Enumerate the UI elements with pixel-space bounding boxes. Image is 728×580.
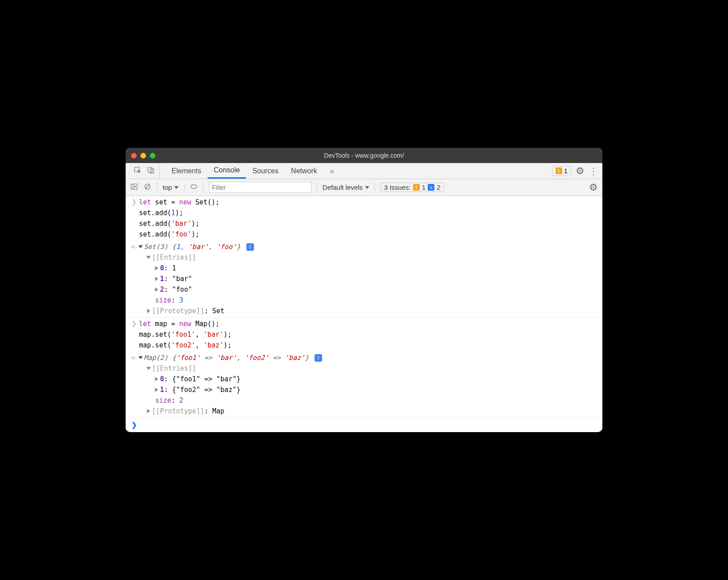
info-icon[interactable]: i: [315, 354, 322, 362]
output-marker-icon: <·: [129, 352, 139, 417]
devtools-window: DevTools - www.google.com/ Elements Cons…: [126, 148, 602, 432]
chevron-down-icon: [174, 186, 179, 189]
expand-toggle-icon[interactable]: [147, 309, 150, 313]
settings-icon[interactable]: ⚙: [576, 165, 585, 177]
sidebar-toggle-icon[interactable]: [130, 183, 138, 192]
input-marker-icon: ❯: [129, 197, 139, 240]
info-icon: ≡: [428, 184, 434, 191]
tab-elements[interactable]: Elements: [165, 163, 208, 179]
warning-badge[interactable]: ! 1: [552, 166, 571, 176]
output-marker-icon: <·: [129, 241, 139, 316]
log-level-selector[interactable]: Default levels: [323, 184, 369, 191]
close-button[interactable]: [131, 153, 137, 159]
context-selector[interactable]: top: [163, 184, 179, 191]
console-prompt[interactable]: ❯: [126, 417, 602, 432]
info-icon[interactable]: i: [246, 243, 254, 251]
svg-line-6: [146, 184, 150, 188]
console-body: ❯ let set = new Set(); set.add(1); set.a…: [126, 196, 602, 432]
main-tabbar: Elements Console Sources Network » ! 1 ⚙…: [126, 163, 602, 179]
console-settings-icon[interactable]: ⚙: [589, 182, 598, 193]
minimize-button[interactable]: [140, 153, 146, 159]
expand-toggle-icon[interactable]: [139, 356, 143, 359]
expand-toggle-icon[interactable]: [147, 256, 151, 259]
expand-toggle-icon[interactable]: [155, 287, 158, 292]
input-marker-icon: ❯: [129, 319, 139, 351]
warning-count: 1: [564, 167, 568, 175]
device-toggle-icon[interactable]: [147, 166, 155, 176]
window-title: DevTools - www.google.com/: [126, 152, 602, 159]
expand-toggle-icon[interactable]: [139, 245, 143, 249]
expand-toggle-icon[interactable]: [155, 377, 158, 381]
tab-network[interactable]: Network: [285, 163, 323, 179]
expand-toggle-icon[interactable]: [147, 409, 150, 413]
svg-rect-0: [135, 167, 139, 172]
filter-input[interactable]: [209, 182, 311, 193]
expand-toggle-icon[interactable]: [155, 388, 158, 392]
issues-button[interactable]: 3 Issues: ! 1 ≡ 2: [380, 183, 444, 192]
warning-icon: !: [556, 167, 562, 174]
expand-toggle-icon[interactable]: [155, 277, 158, 281]
expand-toggle-icon[interactable]: [147, 367, 151, 370]
console-result-block[interactable]: <· Map(2) {'foo1' => 'bar', 'foo2' => 'b…: [126, 351, 602, 417]
expand-toggle-icon[interactable]: [155, 266, 158, 270]
console-input-block[interactable]: ❯ let set = new Set(); set.add(1); set.a…: [126, 196, 602, 241]
tab-console[interactable]: Console: [208, 163, 246, 179]
maximize-button[interactable]: [150, 153, 155, 159]
more-tabs-button[interactable]: »: [323, 163, 341, 179]
warning-icon: !: [413, 184, 420, 191]
inspect-icon[interactable]: [134, 166, 142, 176]
svg-point-8: [192, 185, 195, 188]
clear-console-icon[interactable]: [143, 183, 151, 192]
console-input-block[interactable]: ❯ let map = new Map(); map.set('foo1', '…: [126, 318, 602, 351]
svg-rect-3: [131, 184, 137, 189]
titlebar: DevTools - www.google.com/: [126, 148, 602, 163]
console-result-block[interactable]: <· Set(3) {1, 'bar', 'foo'} i [[Entries]…: [126, 241, 602, 318]
console-toolbar: top Default levels 3 Issues: ! 1 ≡ 2 ⚙: [126, 179, 602, 196]
svg-rect-1: [148, 167, 152, 172]
tab-sources[interactable]: Sources: [246, 163, 285, 179]
prompt-marker-icon: ❯: [129, 420, 139, 430]
chevron-down-icon: [365, 186, 369, 189]
live-expression-icon[interactable]: [190, 183, 198, 192]
kebab-menu-icon[interactable]: ⋮: [589, 166, 598, 176]
traffic-lights: [131, 153, 155, 159]
